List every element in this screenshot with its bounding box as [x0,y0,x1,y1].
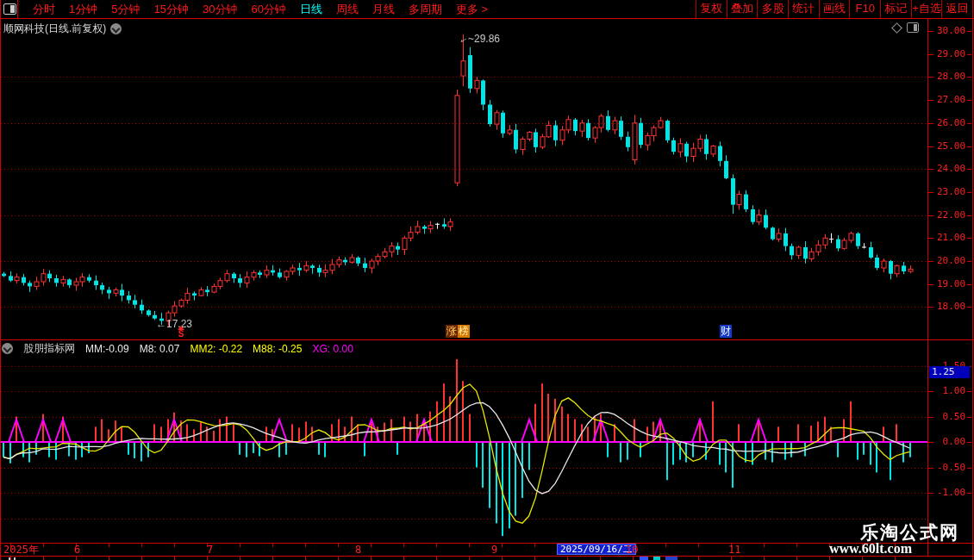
month-label-7: 7 [207,544,213,556]
stock-title: 顺网科技(日线.前复权) [3,22,106,36]
crosshair-date-box: 2025/09/16/二 [557,544,636,555]
finance-badge[interactable]: 财 [720,325,732,338]
period-menu-item-0[interactable]: 分时 [26,0,62,18]
tool-menu-item-3[interactable]: 统计 [788,0,819,18]
period-menu-item-9[interactable]: 多周期 [402,0,449,18]
period-menu-item-5[interactable]: 60分钟 [244,0,292,18]
period-menu-item-10[interactable]: 更多 > [449,0,495,18]
trading-app-window: 分时1分钟5分钟15分钟30分钟60分钟日线周线月线多周期更多 > 复权叠加多股… [0,0,974,560]
indicator-value-box: 1.25 [929,366,970,378]
indicator-value-1: M8: 0.07 [140,343,180,355]
period-menu-item-1[interactable]: 1分钟 [62,0,104,18]
indicator-name: 股朋指标网 [23,341,75,356]
month-label-11: 11 [728,544,740,556]
chart-canvas[interactable] [0,0,974,560]
layout-split-icon[interactable] [3,3,16,15]
month-label-8: 8 [355,544,361,556]
period-menu-item-6[interactable]: 日线 [293,0,329,18]
indicator-header: 股朋指标网 MM:-0.09M8: 0.07MM2: -0.22M88: -0.… [2,342,353,355]
tool-menu-item-5[interactable]: F10 [849,0,880,18]
tools-menu: 复权叠加多股统计画线F10标记+自选返回 [696,0,972,18]
high-price-annotation: ←~29.86 [458,33,500,45]
top-menu-bar: 分时1分钟5分钟15分钟30分钟60分钟日线周线月线多周期更多 > 复权叠加多股… [0,0,974,18]
chart-title-row: 顺网科技(日线.前复权) [3,22,122,36]
month-label-10: 10 [626,544,638,556]
period-menu-item-8[interactable]: 月线 [365,0,402,18]
tool-menu-item-8[interactable]: 返回 [941,0,972,18]
tool-menu-item-4[interactable]: 画线 [819,0,850,18]
arrow-icon: ← [156,318,166,330]
month-label-6: 6 [74,544,80,556]
period-menu-item-7[interactable]: 周线 [329,0,365,18]
cutoff-fragment [640,557,648,560]
indicator-value-0: MM:-0.09 [85,343,129,355]
year-label: 2025年 [3,544,39,556]
indicator-value-4: XG: 0.00 [312,343,353,355]
pane-split-icon[interactable] [907,22,919,33]
period-menu-item-3[interactable]: 15分钟 [147,0,195,18]
tool-menu-item-1[interactable]: 叠加 [727,0,758,18]
indicator-value-2: MM2: -0.22 [190,343,242,355]
period-menu: 分时1分钟5分钟15分钟30分钟60分钟日线周线月线多周期更多 > [26,0,495,18]
indicator-value-3: M88: -0.25 [253,343,302,355]
period-menu-item-2[interactable]: 5分钟 [104,0,147,18]
month-label-9: 9 [491,544,497,556]
cutoff-fragment [653,557,660,560]
hot-rank-badge[interactable]: 涨榜 [446,325,470,338]
tool-menu-item-0[interactable]: 复权 [696,0,727,18]
period-menu-item-4[interactable]: 30分钟 [196,0,244,18]
sell-signal-marker: S [175,326,187,338]
tool-menu-item-7[interactable]: +自选 [911,0,942,18]
tool-menu-item-6[interactable]: 标记 [880,0,911,18]
cutoff-fragment [665,557,677,560]
tool-menu-item-2[interactable]: 多股 [757,0,788,18]
chevron-down-icon[interactable] [2,343,13,354]
watermark-site-url: www.60lt.com [829,541,912,557]
time-axis: 2025年 2025/09/16/二 67891011 [0,544,974,556]
chevron-down-icon[interactable] [110,23,122,34]
